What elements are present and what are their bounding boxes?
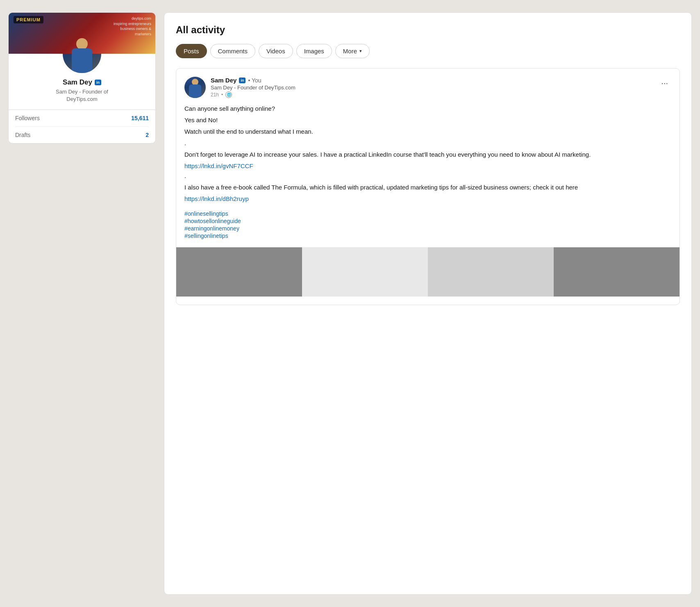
- author-title: Sam Dey - Founder of DeyTips.com: [211, 84, 295, 91]
- profile-name-section: Sam Dey in Sam Dey - Founder of DeyTips.…: [9, 78, 155, 110]
- followers-label: Followers: [15, 115, 40, 121]
- profile-subtitle: Sam Dey - Founder of DeyTips.com: [15, 88, 149, 103]
- image-block-4: [554, 247, 680, 297]
- drafts-label: Drafts: [15, 132, 30, 138]
- post-time-row: 21h • 🌐: [211, 91, 295, 98]
- image-block-2: [302, 247, 428, 297]
- post-avatar: [184, 77, 206, 98]
- author-name: Sam Dey: [211, 77, 236, 84]
- banner-overlay-text: deytips.com inspiring entrepreneurs busi…: [114, 16, 151, 37]
- followers-row: Followers 15,611: [15, 110, 149, 127]
- image-block-3: [428, 247, 554, 297]
- profile-card: PREMIUM deytips.com inspiring entreprene…: [8, 12, 156, 144]
- premium-badge: PREMIUM: [14, 16, 43, 23]
- tab-more[interactable]: More ▾: [335, 44, 370, 58]
- tab-images[interactable]: Images: [296, 44, 332, 58]
- post-link-2[interactable]: https://lnkd.in/dBh2ruyp: [184, 195, 249, 202]
- post-author-info: Sam Dey in • You Sam Dey - Founder of De…: [184, 77, 295, 98]
- hashtag-4[interactable]: #sellingonlinetips: [184, 233, 671, 239]
- you-label: • You: [248, 77, 261, 84]
- profile-stats: Followers 15,611 Drafts 2: [9, 110, 155, 143]
- post-avatar-figure: [187, 78, 203, 98]
- main-content: All activity Posts Comments Videos Image…: [164, 12, 692, 595]
- profile-name: Sam Dey in: [15, 78, 149, 87]
- image-block-1: [176, 247, 302, 297]
- author-meta: Sam Dey in • You Sam Dey - Founder of De…: [211, 77, 295, 98]
- post-linkedin-icon-badge: in: [239, 78, 245, 83]
- post-image-strip: [176, 247, 680, 297]
- tab-comments[interactable]: Comments: [210, 44, 256, 58]
- post-body: Can anyone sell anything online? Yes and…: [184, 104, 671, 204]
- post-header: Sam Dey in • You Sam Dey - Founder of De…: [184, 77, 671, 98]
- filter-tabs: Posts Comments Videos Images More ▾: [176, 44, 680, 58]
- followers-value[interactable]: 15,611: [131, 115, 149, 121]
- tab-posts[interactable]: Posts: [176, 44, 207, 58]
- chevron-down-icon: ▾: [359, 48, 362, 54]
- post-more-options-button[interactable]: ···: [658, 77, 671, 89]
- hashtag-1[interactable]: #onlinesellingtips: [184, 210, 671, 217]
- avatar-figure: [68, 36, 96, 73]
- globe-icon: 🌐: [225, 91, 232, 98]
- author-name-row: Sam Dey in • You: [211, 77, 295, 84]
- linkedin-icon-badge: in: [95, 80, 101, 85]
- hashtag-2[interactable]: #howtosellonlineguide: [184, 218, 671, 224]
- hashtag-3[interactable]: #earningonlinemoney: [184, 225, 671, 232]
- drafts-row: Drafts 2: [15, 127, 149, 143]
- page-title: All activity: [176, 24, 680, 36]
- post-card: Sam Dey in • You Sam Dey - Founder of De…: [176, 68, 680, 305]
- separator-dot: •: [221, 92, 223, 98]
- tab-videos[interactable]: Videos: [259, 44, 293, 58]
- sidebar: PREMIUM deytips.com inspiring entreprene…: [8, 12, 156, 595]
- post-time: 21h: [211, 92, 219, 98]
- drafts-value[interactable]: 2: [145, 132, 149, 138]
- post-link-1[interactable]: https://lnkd.in/gvNF7CCF: [184, 162, 253, 169]
- post-hashtags: #onlinesellingtips #howtosellonlineguide…: [184, 210, 671, 239]
